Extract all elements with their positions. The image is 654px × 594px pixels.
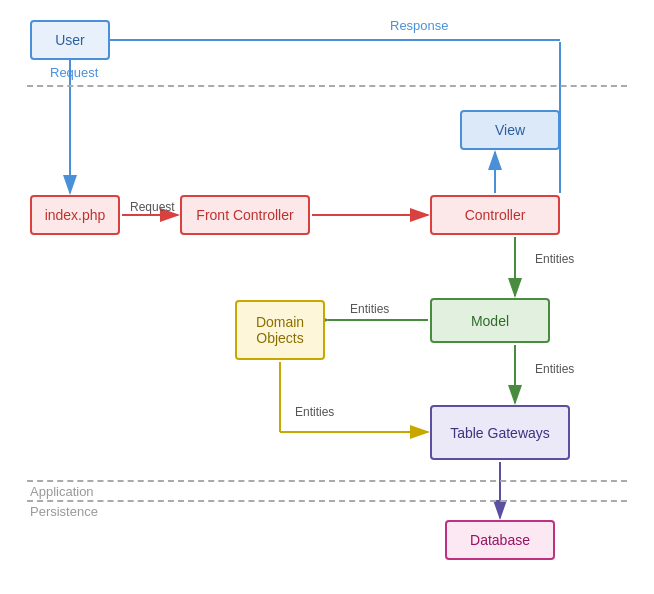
database-box: Database: [445, 520, 555, 560]
controller-box: Controller: [430, 195, 560, 235]
dashed-line-top: [27, 85, 627, 87]
user-box: User: [30, 20, 110, 60]
entities-label-4: Entities: [295, 405, 334, 419]
diagram-container: Application Persistence User index.php F…: [0, 0, 654, 594]
response-label: Response: [390, 18, 449, 33]
request-label-top: Request: [50, 65, 98, 80]
entities-label-1: Entities: [535, 252, 574, 266]
arrows-svg: [0, 0, 654, 594]
entities-label-3: Entities: [535, 362, 574, 376]
index-box: index.php: [30, 195, 120, 235]
front-controller-box: Front Controller: [180, 195, 310, 235]
entities-label-2: Entities: [350, 302, 389, 316]
zone-application-label: Application: [30, 484, 94, 499]
table-gateways-box: Table Gateways: [430, 405, 570, 460]
view-box: View: [460, 110, 560, 150]
model-box: Model: [430, 298, 550, 343]
dashed-line-bottom: [27, 500, 627, 502]
zone-persistence-label: Persistence: [30, 504, 98, 519]
request-label-mid: Request: [130, 200, 175, 214]
dashed-line-middle: [27, 480, 627, 482]
domain-objects-box: Domain Objects: [235, 300, 325, 360]
